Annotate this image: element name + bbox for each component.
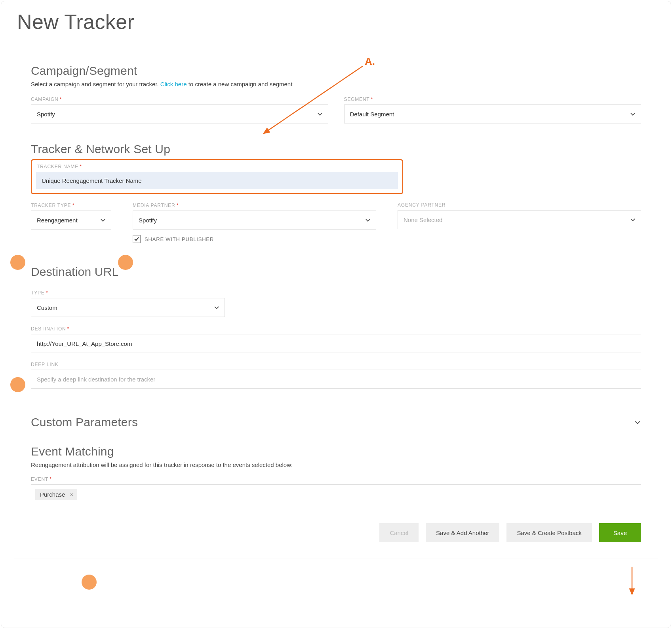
button-bar: Cancel Save & Add Another Save & Create … bbox=[31, 523, 641, 542]
destination-label: DESTINATION* bbox=[31, 326, 641, 332]
event-chip-label: Purchase bbox=[40, 491, 65, 498]
tracker-type-label: TRACKER TYPE* bbox=[31, 202, 111, 208]
save-add-another-button[interactable]: Save & Add Another bbox=[426, 523, 499, 542]
segment-value: Default Segment bbox=[350, 111, 394, 118]
media-partner-select[interactable]: Spotify bbox=[133, 211, 376, 230]
save-create-postback-button[interactable]: Save & Create Postback bbox=[506, 523, 592, 542]
media-partner-value: Spotify bbox=[139, 217, 157, 224]
chevron-down-icon bbox=[317, 111, 323, 117]
event-chip: Purchase × bbox=[35, 489, 77, 500]
campaign-subtext: Select a campaign and segment for your t… bbox=[31, 81, 641, 87]
chevron-down-icon bbox=[100, 217, 106, 223]
page-title: New Tracker bbox=[1, 1, 671, 34]
agency-partner-label: AGENCY PARTNER bbox=[398, 202, 641, 208]
tracker-type-select[interactable]: Reengagement bbox=[31, 211, 111, 230]
section-heading-custom-params: Custom Parameters bbox=[31, 416, 138, 429]
event-label: EVENT* bbox=[31, 476, 641, 482]
chevron-down-icon bbox=[365, 217, 371, 223]
form-panel: A. bbox=[14, 48, 658, 558]
cancel-button[interactable]: Cancel bbox=[379, 523, 419, 542]
share-publisher-checkbox[interactable] bbox=[133, 235, 141, 243]
chevron-down-icon bbox=[630, 216, 636, 223]
agency-partner-value: None Selected bbox=[404, 216, 442, 223]
custom-parameters-toggle[interactable]: Custom Parameters bbox=[31, 416, 641, 429]
section-heading-event-matching: Event Matching bbox=[31, 445, 641, 458]
save-button[interactable]: Save bbox=[599, 523, 641, 542]
campaign-value: Spotify bbox=[37, 111, 55, 118]
chevron-down-icon bbox=[634, 419, 641, 426]
tracker-name-input[interactable] bbox=[36, 172, 398, 189]
tracker-name-label: TRACKER NAME* bbox=[37, 163, 398, 169]
deeplink-label: DEEP LINK bbox=[31, 362, 641, 367]
campaign-select[interactable]: Spotify bbox=[31, 104, 328, 123]
dest-type-label: TYPE* bbox=[31, 290, 225, 296]
agency-partner-select[interactable]: None Selected bbox=[398, 210, 641, 229]
segment-label: SEGMENT* bbox=[344, 96, 642, 102]
annotation-dot bbox=[10, 255, 25, 270]
create-campaign-link[interactable]: Click here bbox=[160, 81, 187, 87]
annotation-dot bbox=[10, 377, 25, 392]
section-heading-tracker: Tracker & Network Set Up bbox=[31, 142, 641, 156]
campaign-subtext-prefix: Select a campaign and segment for your t… bbox=[31, 81, 160, 87]
campaign-label: CAMPAIGN* bbox=[31, 96, 328, 102]
event-matching-subtext: Reengagement attribution will be assigne… bbox=[31, 461, 641, 468]
tracker-name-highlight-box: TRACKER NAME* bbox=[31, 159, 403, 194]
dest-type-value: Custom bbox=[37, 304, 57, 311]
tracker-type-value: Reengagement bbox=[37, 217, 78, 224]
destination-input[interactable] bbox=[31, 334, 641, 353]
campaign-subtext-suffix: to create a new campaign and segment bbox=[187, 81, 293, 87]
deeplink-input[interactable] bbox=[31, 370, 641, 389]
chip-remove-icon[interactable]: × bbox=[68, 491, 75, 498]
share-publisher-label: SHARE WITH PUBLISHER bbox=[145, 236, 214, 242]
section-heading-campaign: Campaign/Segment bbox=[31, 64, 641, 78]
section-heading-destination: Destination URL bbox=[31, 265, 641, 279]
annotation-dot bbox=[82, 575, 97, 590]
event-chip-input[interactable]: Purchase × bbox=[31, 484, 641, 504]
dest-type-select[interactable]: Custom bbox=[31, 298, 225, 317]
chevron-down-icon bbox=[630, 111, 636, 117]
chevron-down-icon bbox=[213, 304, 220, 311]
media-partner-label: MEDIA PARTNER* bbox=[133, 202, 376, 208]
segment-select[interactable]: Default Segment bbox=[344, 104, 642, 123]
